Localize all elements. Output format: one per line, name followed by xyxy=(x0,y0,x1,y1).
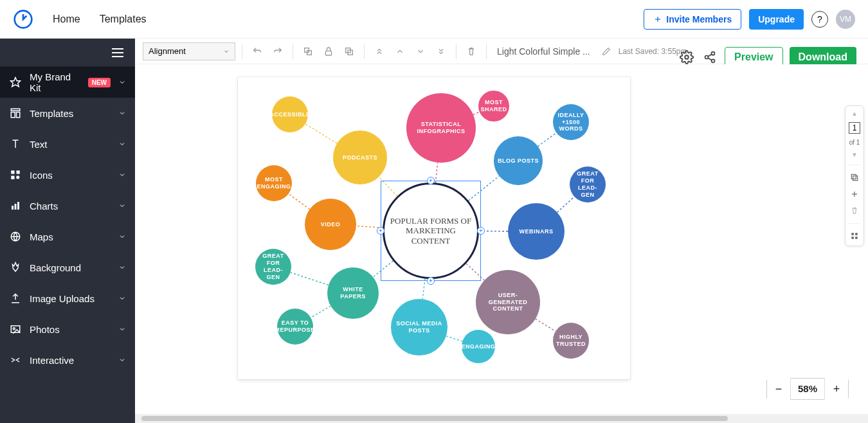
sidebar-item-label: Background xyxy=(30,262,111,273)
sidebar-item-templates[interactable]: Templates xyxy=(0,98,135,129)
svg-rect-7 xyxy=(11,170,14,174)
help-icon[interactable]: ? xyxy=(811,11,828,28)
svg-line-29 xyxy=(473,112,480,114)
nav-templates[interactable]: Templates xyxy=(100,14,147,25)
svg-line-28 xyxy=(435,163,437,183)
node-great_lead_gen_r[interactable]: GREAT FOR LEAD-GEN xyxy=(570,166,606,203)
document-title[interactable]: Light Colorful Simple ... xyxy=(493,46,594,57)
svg-rect-45 xyxy=(853,176,858,181)
hamburger-icon[interactable] xyxy=(112,48,123,57)
sidebar-item-maps[interactable]: Maps xyxy=(0,221,135,252)
page-count: of 1 xyxy=(849,139,860,146)
chevron-down-icon xyxy=(118,325,126,333)
node-highly_trusted[interactable]: HIGHLY TRUSTED xyxy=(553,323,589,359)
node-ideally_1500[interactable]: IDEALLY +1500 WORDS xyxy=(553,104,589,140)
node-blog_posts[interactable]: BLOG POSTS xyxy=(494,136,543,185)
page-up-icon[interactable]: ▲ xyxy=(851,110,858,117)
chevron-down-icon xyxy=(118,171,126,179)
svg-rect-52 xyxy=(855,237,858,239)
lock-icon[interactable] xyxy=(320,43,337,60)
edit-title-icon[interactable] xyxy=(598,43,615,60)
handle-left[interactable]: + xyxy=(377,227,384,235)
sidebar-item-label: Interactive xyxy=(30,355,111,366)
bring-forward-icon[interactable] xyxy=(392,43,408,60)
logo-icon xyxy=(13,9,33,30)
node-easy_repurpose[interactable]: EASY TO REPURPOSE xyxy=(277,309,313,345)
sidebar-item-label: Text xyxy=(30,139,111,150)
nav-home[interactable]: Home xyxy=(53,14,80,25)
group-icon[interactable] xyxy=(300,43,316,60)
sidebar-item-background[interactable]: Background xyxy=(0,252,135,283)
user-avatar[interactable]: VM xyxy=(836,10,855,29)
handle-right[interactable]: + xyxy=(477,227,485,235)
sidebar-item-icons[interactable]: Icons xyxy=(0,159,135,190)
sidebar-item-image-uploads[interactable]: Image Uploads xyxy=(0,283,135,314)
zoom-in-button[interactable]: + xyxy=(825,378,848,400)
sidebar-item-my-brand-kit[interactable]: My Brand Kit NEW xyxy=(0,67,135,98)
left-sidebar: My Brand Kit NEW Templates Text Icons Ch… xyxy=(0,39,135,423)
sidebar-item-charts[interactable]: Charts xyxy=(0,190,135,221)
last-saved-text: Last Saved: 3:55pm xyxy=(619,47,687,56)
sidebar-item-label: Charts xyxy=(30,201,111,212)
node-podcasts[interactable]: PODCASTS xyxy=(333,130,387,184)
zoom-out-button[interactable]: − xyxy=(767,378,790,400)
background-icon xyxy=(9,261,22,274)
grid-view-icon[interactable] xyxy=(849,230,860,242)
chevron-down-icon xyxy=(118,78,126,86)
design-canvas[interactable]: STATISTICAL INFOGRAPHICSMOST SHAREDACCES… xyxy=(238,77,630,379)
svg-line-31 xyxy=(305,124,337,143)
share-icon[interactable] xyxy=(701,49,718,66)
delete-page-icon[interactable] xyxy=(849,205,860,217)
star-icon xyxy=(9,76,22,89)
zoom-controls: − 58% + xyxy=(766,378,849,400)
node-social_media[interactable]: SOCIAL MEDIA POSTS xyxy=(391,299,448,356)
svg-rect-46 xyxy=(851,174,856,179)
node-engaging[interactable]: ENGAGING xyxy=(462,330,495,363)
bring-to-front-icon[interactable] xyxy=(371,43,388,60)
chevron-down-icon xyxy=(223,48,230,55)
svg-rect-12 xyxy=(15,204,17,210)
text-icon xyxy=(9,138,22,150)
page-down-icon[interactable]: ▼ xyxy=(851,151,858,158)
copy-icon[interactable] xyxy=(341,43,357,60)
node-user_gen[interactable]: USER-GENERATED CONTENT xyxy=(476,270,540,334)
upgrade-button[interactable]: Upgrade xyxy=(749,9,804,30)
node-most_shared[interactable]: MOST SHARED xyxy=(478,91,509,122)
node-webinars[interactable]: WEBINARS xyxy=(508,203,565,260)
svg-rect-8 xyxy=(17,170,20,174)
add-page-icon[interactable] xyxy=(849,188,860,200)
node-video[interactable]: VIDEO xyxy=(305,199,356,250)
center-node[interactable]: POPULAR FORMS OF MARKETING CONTENT xyxy=(383,183,479,279)
page-number[interactable]: 1 xyxy=(849,122,860,134)
sidebar-item-interactive[interactable]: Interactive xyxy=(0,345,135,375)
undo-icon[interactable] xyxy=(249,43,266,60)
zoom-percentage[interactable]: 58% xyxy=(790,378,825,400)
send-backward-icon[interactable] xyxy=(412,43,429,60)
delete-icon[interactable] xyxy=(463,43,480,60)
svg-point-25 xyxy=(712,59,715,62)
svg-line-37 xyxy=(422,278,425,299)
sidebar-item-photos[interactable]: Photos xyxy=(0,314,135,345)
redo-icon[interactable] xyxy=(269,43,286,60)
node-most_engaging[interactable]: MOST ENGAGING xyxy=(256,165,292,201)
copy-page-icon[interactable] xyxy=(849,172,860,183)
handle-bottom[interactable]: + xyxy=(427,277,435,285)
invite-members-button[interactable]: Invite Members xyxy=(644,9,741,30)
node-white_papers[interactable]: WHITE PAPERS xyxy=(327,267,379,319)
app-header: Home Templates Invite Members Upgrade ? … xyxy=(0,0,868,39)
svg-line-33 xyxy=(289,194,310,209)
chevron-down-icon xyxy=(118,202,126,210)
send-to-back-icon[interactable] xyxy=(433,43,449,60)
settings-icon[interactable] xyxy=(678,49,695,66)
handle-top[interactable]: + xyxy=(427,177,435,184)
svg-line-30 xyxy=(379,177,397,196)
svg-point-24 xyxy=(705,56,709,59)
horizontal-scrollbar[interactable] xyxy=(135,414,868,423)
sidebar-item-text[interactable]: Text xyxy=(0,129,135,159)
sidebar-item-label: My Brand Kit xyxy=(30,71,80,93)
node-great_lead_gen_l[interactable]: GREAT FOR LEAD-GEN xyxy=(255,249,291,285)
alignment-dropdown[interactable]: Alignment xyxy=(143,42,235,60)
node-stat_info[interactable]: STATISTICAL INFOGRAPHICS xyxy=(406,93,476,163)
page-controls: ▲ 1 of 1 ▼ xyxy=(845,105,864,246)
node-accessible[interactable]: ACCESSIBLE xyxy=(272,96,308,132)
